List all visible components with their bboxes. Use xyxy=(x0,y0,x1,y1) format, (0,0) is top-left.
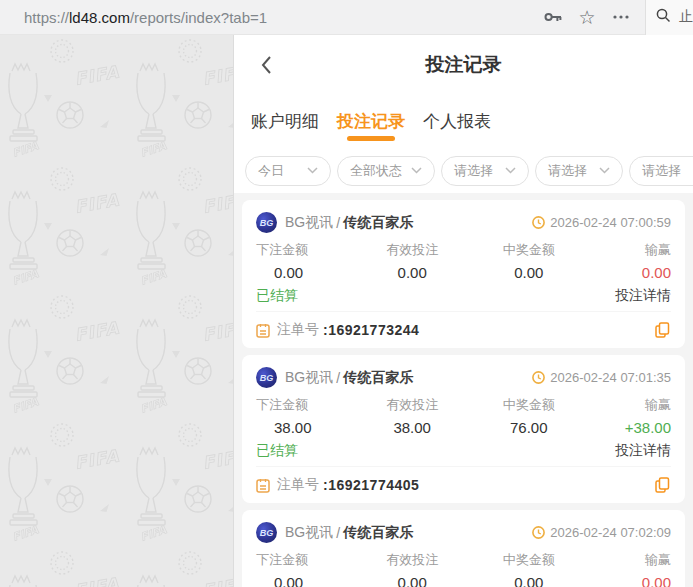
game-name: 传统百家乐 xyxy=(343,214,413,232)
clock-icon xyxy=(532,216,545,229)
find-text: 止 xyxy=(679,8,693,26)
status-badge: 已结算 xyxy=(256,442,298,460)
filter-status-dropdown[interactable]: 全部状态 xyxy=(337,156,435,186)
bet-record-card: BG BG视讯 / 传统百家乐 2026-02-24 07:02:09 下注金额… xyxy=(242,510,685,587)
order-number: :16921774405 xyxy=(323,477,419,493)
label-win-amount: 中奖金额 xyxy=(470,551,587,569)
value-win-amount: 0.00 xyxy=(470,264,587,281)
game-name: 传统百家乐 xyxy=(343,524,413,542)
value-valid-bet: 38.00 xyxy=(354,419,471,436)
label-win-lose: 输赢 xyxy=(587,396,671,414)
filter-bar: 今日 全部状态 请选择 请选择 请选择 xyxy=(234,148,693,193)
record-time: 2026-02-24 07:01:35 xyxy=(550,370,671,385)
order-number: :16921773244 xyxy=(323,322,419,338)
record-time: 2026-02-24 07:02:09 xyxy=(550,525,671,540)
order-label: 注单号 xyxy=(277,476,319,494)
tab-bet-records[interactable]: 投注记录 xyxy=(337,95,405,148)
bet-detail-link[interactable]: 投注详情 xyxy=(615,287,671,305)
order-label: 注单号 xyxy=(277,321,319,339)
chevron-down-icon xyxy=(411,167,422,174)
chevron-down-icon xyxy=(505,167,516,174)
page-title: 投注记录 xyxy=(426,52,502,78)
provider-logo: BG xyxy=(256,522,277,543)
url-field[interactable]: https://ld48.com/reports/index?tab=1 xyxy=(0,9,529,26)
label-win-lose: 输赢 xyxy=(587,241,671,259)
provider-game-separator: / xyxy=(336,215,340,231)
browser-actions: ☆ xyxy=(529,7,645,27)
value-win-lose: +38.00 xyxy=(587,419,671,436)
filter-date-dropdown[interactable]: 今日 xyxy=(245,156,331,186)
value-win-amount: 0.00 xyxy=(470,574,587,587)
clock-icon xyxy=(532,526,545,539)
value-win-lose: 0.00 xyxy=(587,574,671,587)
fifa-watermark-background: FIFA FIFA xyxy=(0,35,233,587)
url-path: /reports/index?tab=1 xyxy=(130,9,267,26)
url-domain: ld48.com xyxy=(69,9,130,26)
browser-menu-icon[interactable] xyxy=(611,7,631,27)
filter-select-dropdown-2[interactable]: 请选择 xyxy=(535,156,623,186)
value-bet-amount: 0.00 xyxy=(256,574,354,587)
record-time: 2026-02-24 07:00:59 xyxy=(550,215,671,230)
back-button[interactable] xyxy=(254,53,278,77)
filter-select-dropdown-3[interactable]: 请选择 xyxy=(629,156,693,186)
page-header: 投注记录 xyxy=(234,35,693,95)
bet-detail-link[interactable]: 投注详情 xyxy=(615,442,671,460)
bookmark-star-icon[interactable]: ☆ xyxy=(577,7,597,27)
provider-game-separator: / xyxy=(336,525,340,541)
filter-select-dropdown-1[interactable]: 请选择 xyxy=(441,156,529,186)
label-bet-amount: 下注金额 xyxy=(256,396,354,414)
reports-panel: 投注记录 账户明细 投注记录 个人报表 今日 全部状态 请选择 请选择 xyxy=(233,35,693,587)
password-key-icon[interactable] xyxy=(543,7,563,27)
report-tabs: 账户明细 投注记录 个人报表 xyxy=(234,95,693,148)
provider-name: BG视讯 xyxy=(285,369,333,387)
label-valid-bet: 有效投注 xyxy=(354,396,471,414)
order-note-icon xyxy=(256,323,270,338)
provider-logo: BG xyxy=(256,212,277,233)
value-bet-amount: 38.00 xyxy=(256,419,354,436)
tab-account-details[interactable]: 账户明细 xyxy=(251,95,319,148)
label-bet-amount: 下注金额 xyxy=(256,241,354,259)
value-bet-amount: 0.00 xyxy=(256,264,354,281)
provider-name: BG视讯 xyxy=(285,214,333,232)
label-valid-bet: 有效投注 xyxy=(354,241,471,259)
value-win-amount: 76.00 xyxy=(470,419,587,436)
copy-icon[interactable] xyxy=(653,476,671,494)
browser-address-bar: https://ld48.com/reports/index?tab=1 ☆ 止 xyxy=(0,0,693,35)
value-valid-bet: 0.00 xyxy=(354,574,471,587)
bet-record-card: BG BG视讯 / 传统百家乐 2026-02-24 07:00:59 下注金额… xyxy=(242,200,685,348)
fifa-pattern-graphic: FIFA FIFA xyxy=(0,35,233,587)
url-scheme: https:// xyxy=(24,9,69,26)
chevron-down-icon xyxy=(307,167,318,174)
find-in-page-bar: 止 xyxy=(645,0,693,35)
provider-game-separator: / xyxy=(336,370,340,386)
label-win-amount: 中奖金额 xyxy=(470,396,587,414)
label-bet-amount: 下注金额 xyxy=(256,551,354,569)
label-win-amount: 中奖金额 xyxy=(470,241,587,259)
provider-name: BG视讯 xyxy=(285,524,333,542)
clock-icon xyxy=(532,371,545,384)
order-note-icon xyxy=(256,478,270,493)
search-icon[interactable] xyxy=(656,8,671,27)
tab-personal-report[interactable]: 个人报表 xyxy=(423,95,491,148)
copy-icon[interactable] xyxy=(653,321,671,339)
game-name: 传统百家乐 xyxy=(343,369,413,387)
bet-record-card: BG BG视讯 / 传统百家乐 2026-02-24 07:01:35 下注金额… xyxy=(242,355,685,503)
label-valid-bet: 有效投注 xyxy=(354,551,471,569)
chevron-down-icon xyxy=(599,167,610,174)
record-list: BG BG视讯 / 传统百家乐 2026-02-24 07:00:59 下注金额… xyxy=(234,193,693,587)
provider-logo: BG xyxy=(256,367,277,388)
value-win-lose: 0.00 xyxy=(587,264,671,281)
label-win-lose: 输赢 xyxy=(587,551,671,569)
value-valid-bet: 0.00 xyxy=(354,264,471,281)
status-badge: 已结算 xyxy=(256,287,298,305)
